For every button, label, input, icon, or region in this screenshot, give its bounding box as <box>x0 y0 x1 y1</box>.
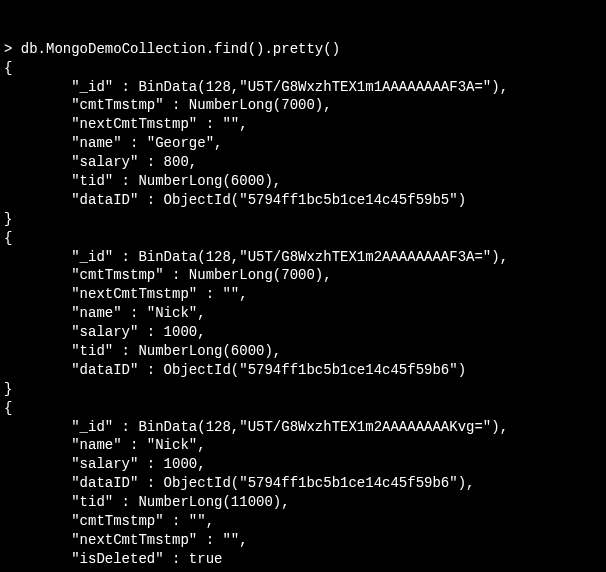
brace-close: } <box>4 211 12 227</box>
doc2-cmtTmstmp: "cmtTmstmp" : "", <box>4 513 214 529</box>
doc0-dataID: "dataID" : ObjectId("5794ff1bc5b1ce14c45… <box>4 192 466 208</box>
command-text: db.MongoDemoCollection.find().pretty() <box>21 41 340 57</box>
doc2-isDeleted: "isDeleted" : true <box>4 551 222 567</box>
doc0-name: "name" : "George", <box>4 135 222 151</box>
doc2-id: "_id" : BinData(128,"U5T/G8WxzhTEX1m2AAA… <box>4 419 508 435</box>
prompt <box>4 41 21 57</box>
brace-open: { <box>4 230 12 246</box>
doc2-nextCmtTmstmp: "nextCmtTmstmp" : "", <box>4 532 248 548</box>
doc1-dataID: "dataID" : ObjectId("5794ff1bc5b1ce14c45… <box>4 362 466 378</box>
doc0-salary: "salary" : 800, <box>4 154 197 170</box>
doc2-name: "name" : "Nick", <box>4 437 206 453</box>
doc1-name: "name" : "Nick", <box>4 305 206 321</box>
doc1-nextCmtTmstmp: "nextCmtTmstmp" : "", <box>4 286 248 302</box>
brace-open: { <box>4 60 12 76</box>
doc1-id: "_id" : BinData(128,"U5T/G8WxzhTEX1m2AAA… <box>4 249 508 265</box>
doc0-nextCmtTmstmp: "nextCmtTmstmp" : "", <box>4 116 248 132</box>
doc0-tid: "tid" : NumberLong(6000), <box>4 173 281 189</box>
doc0-cmtTmstmp: "cmtTmstmp" : NumberLong(7000), <box>4 97 332 113</box>
doc0-id: "_id" : BinData(128,"U5T/G8WxzhTEX1m1AAA… <box>4 79 508 95</box>
doc1-salary: "salary" : 1000, <box>4 324 206 340</box>
brace-open: { <box>4 400 12 416</box>
doc2-salary: "salary" : 1000, <box>4 456 206 472</box>
doc2-tid: "tid" : NumberLong(11000), <box>4 494 290 510</box>
doc2-dataID: "dataID" : ObjectId("5794ff1bc5b1ce14c45… <box>4 475 474 491</box>
doc1-tid: "tid" : NumberLong(6000), <box>4 343 281 359</box>
brace-close: } <box>4 381 12 397</box>
terminal-output: db.MongoDemoCollection.find().pretty() {… <box>0 38 606 571</box>
doc1-cmtTmstmp: "cmtTmstmp" : NumberLong(7000), <box>4 267 332 283</box>
